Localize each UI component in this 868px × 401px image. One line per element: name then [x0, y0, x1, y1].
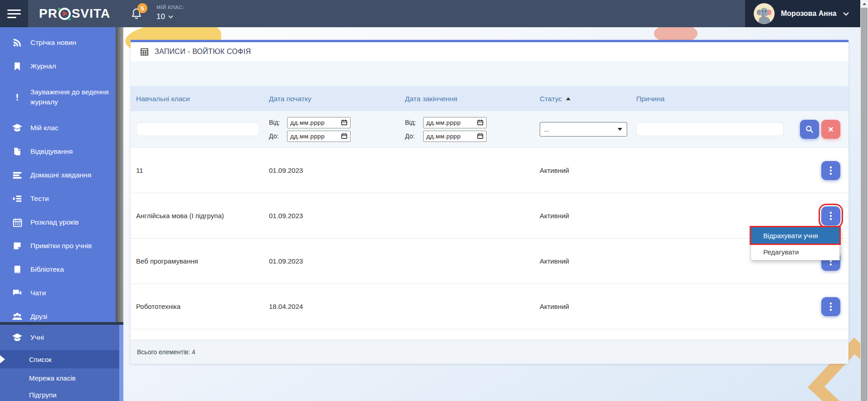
sidebar-item-library[interactable]: Бібліотека: [0, 258, 116, 281]
chat-icon: [12, 288, 23, 298]
close-icon: ✕: [828, 125, 834, 134]
search-button[interactable]: [800, 120, 819, 139]
chevron-down-icon: [618, 128, 622, 131]
table-row: 11 01.09.2023 Активний: [131, 147, 848, 193]
cell-start-date: 01.09.2023: [269, 166, 405, 174]
chevron-down-icon: [843, 12, 849, 16]
records-card: ЗАПИСИ - ВОЙТЮК СОФІЯ Навчальні класи Да…: [131, 40, 848, 364]
calendar-picker-icon[interactable]: [477, 133, 483, 139]
sidebar-item-students[interactable]: Учні: [0, 325, 119, 350]
cell-class-name: Англійська мова (І підгрупа): [136, 212, 269, 220]
calendar-picker-icon[interactable]: [341, 119, 347, 126]
reason-filter-input[interactable]: [636, 122, 784, 136]
active-item-arrow-icon: [0, 355, 5, 363]
classes-filter-input[interactable]: [136, 122, 259, 136]
sidebar-item-my-class[interactable]: Мій клас: [0, 116, 116, 140]
end-date-filter: Від: дд.мм.рррр До: дд.мм.рррр: [405, 117, 540, 142]
main-content: ЗАПИСИ - ВОЙТЮК СОФІЯ Навчальні класи Да…: [123, 27, 860, 401]
my-class-dropdown[interactable]: 10: [156, 12, 173, 21]
group-panel-edge: [119, 325, 123, 401]
column-header-status[interactable]: Статус: [540, 95, 636, 103]
sidebar-shadow: [116, 27, 123, 322]
menu-item-edit[interactable]: Редагувати: [751, 244, 839, 260]
sidebar-subitem-subgroups[interactable]: Підгрупи: [0, 387, 119, 401]
column-header-reason[interactable]: Причина: [636, 95, 793, 103]
cell-status: Активний: [540, 166, 636, 174]
column-header-classes[interactable]: Навчальні класи: [136, 95, 269, 103]
user-menu[interactable]: Морозова Анна: [745, 0, 860, 27]
sidebar-item-chats[interactable]: Чати: [0, 281, 116, 305]
list-lines-icon: [12, 170, 23, 181]
row-context-menu: Відрахувати учня Редагувати: [751, 227, 840, 260]
bookmark-icon: [12, 61, 23, 72]
start-date-to-input[interactable]: дд.мм.рррр: [287, 131, 351, 142]
to-label: До:: [269, 132, 283, 140]
hamburger-menu-button[interactable]: [0, 0, 28, 27]
row-actions-button-highlighted[interactable]: [821, 206, 840, 225]
sidebar-item-attendance[interactable]: Відвідування: [0, 140, 116, 163]
clear-filters-button[interactable]: ✕: [821, 120, 840, 139]
column-header-start-date[interactable]: Дата початку: [269, 95, 405, 103]
graduation-cap-icon: [12, 122, 23, 133]
sidebar-subitem-list[interactable]: Список: [0, 350, 119, 368]
cell-status: Активний: [540, 257, 636, 265]
cell-start-date: 18.04.2024: [269, 303, 405, 310]
brand-logo[interactable]: PRSVITA: [39, 0, 110, 27]
status-select[interactable]: ...: [540, 122, 627, 137]
chevron-down-icon: [168, 15, 173, 19]
table-row: Англійська мова (І підгрупа) 01.09.2023 …: [131, 193, 848, 238]
sidebar-item-journal[interactable]: Журнал: [0, 54, 116, 78]
my-class-label: МІЙ КЛАС:: [156, 5, 184, 10]
users-icon: [12, 311, 23, 322]
calendar-icon: [12, 217, 23, 228]
topbar: PRSVITA 5 МІЙ КЛАС: 10 Морозова Анна: [0, 0, 868, 27]
students-group-panel: Учні Список Мережа класів Підгрупи: [0, 325, 123, 401]
sidebar-item-journal-remarks[interactable]: Зауваження до ведення журналу: [0, 78, 116, 116]
to-label: До:: [405, 132, 419, 140]
sidebar-item-student-notes[interactable]: Примітки про учнів: [0, 234, 116, 258]
sidebar-item-news-feed[interactable]: Стрічка новин: [0, 31, 116, 54]
scrollbar[interactable]: [860, 0, 868, 401]
cell-start-date: 01.09.2023: [269, 257, 405, 265]
column-header-end-date[interactable]: Дата закінчення: [405, 95, 540, 103]
table-row: Робототехніка 18.04.2024 Активний: [131, 284, 848, 329]
table-header-row: Навчальні класи Дата початку Дата закінч…: [131, 86, 848, 111]
table-grid-icon: [139, 46, 150, 57]
total-items-label: Всього елементів: 4: [137, 348, 195, 356]
row-actions-button[interactable]: [821, 161, 840, 180]
cell-class-name: Робототехніка: [136, 303, 269, 310]
start-date-filter: Від: дд.мм.рррр До: дд.мм.рррр: [269, 117, 405, 142]
start-date-from-input[interactable]: дд.мм.рррр: [287, 117, 351, 128]
table-footer: Всього елементів: 4: [131, 340, 848, 364]
card-spacer: [131, 61, 848, 86]
calendar-picker-icon[interactable]: [477, 119, 483, 126]
sidebar-item-schedule[interactable]: Розклад уроків: [0, 210, 116, 234]
sidebar-item-homework[interactable]: Домашні завдання: [0, 163, 116, 187]
cell-class-name: 11: [136, 166, 269, 174]
calendar-picker-icon[interactable]: [341, 133, 347, 139]
card-header: ЗАПИСИ - ВОЙТЮК СОФІЯ: [131, 42, 848, 61]
sidebar-subitem-class-network[interactable]: Мережа класів: [0, 368, 119, 387]
menu-item-expel-student[interactable]: Відрахувати учня: [751, 227, 839, 244]
app-root: ЗАПИСИ - ВОЙТЮК СОФІЯ Навчальні класи Да…: [0, 0, 868, 401]
sidebar-item-tests[interactable]: Тести: [0, 187, 116, 210]
rss-icon: [12, 37, 23, 48]
sort-ascending-icon: [566, 97, 571, 100]
table-bottom-gap: [131, 329, 848, 340]
table-row: Веб програмування 01.09.2023 Активний: [131, 238, 848, 284]
notification-count-badge: 5: [137, 3, 147, 13]
row-actions-button[interactable]: [821, 297, 840, 316]
cell-status: Активний: [540, 212, 636, 220]
user-name: Морозова Анна: [781, 10, 837, 18]
end-date-from-input[interactable]: дд.мм.рррр: [423, 117, 487, 128]
end-date-to-input[interactable]: дд.мм.рррр: [423, 131, 487, 142]
scrollbar-up-arrow[interactable]: [860, 0, 868, 8]
exclamation-icon: [12, 92, 23, 103]
logo-play-icon: [59, 8, 71, 20]
avatar: [754, 3, 775, 24]
cell-status: Активний: [540, 303, 636, 310]
scrollbar-thumb[interactable]: [861, 8, 868, 401]
filter-row: Від: дд.мм.рррр До: дд.мм.рррр: [131, 111, 848, 147]
from-label: Від:: [269, 119, 283, 126]
cell-class-name: Веб програмування: [136, 257, 269, 265]
